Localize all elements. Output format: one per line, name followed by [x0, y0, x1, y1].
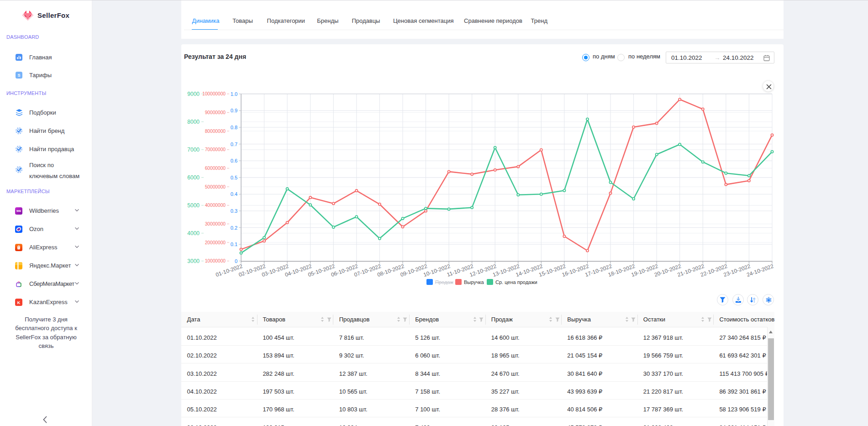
svg-text:S: S	[17, 73, 20, 78]
svg-text:K: K	[17, 300, 21, 305]
svg-text:WB: WB	[16, 210, 21, 212]
